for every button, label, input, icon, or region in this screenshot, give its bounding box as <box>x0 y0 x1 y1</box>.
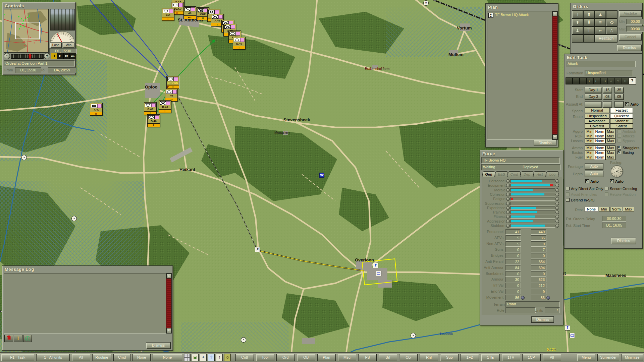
fuel-min-toggle[interactable]: Min <box>585 155 594 160</box>
tab-es[interactable]: E&S <box>495 171 508 177</box>
toolbar-1-all-units-button[interactable]: 1 - All units <box>36 354 69 361</box>
bar-knob-left[interactable] <box>506 220 510 223</box>
stragglers-checkbox[interactable]: Stragglers <box>618 146 639 150</box>
fastest-forward-button[interactable]: ▶▶▶ <box>70 53 76 59</box>
facing-dial[interactable] <box>611 165 623 177</box>
toolbar-f1-task-button[interactable]: F1 - Task <box>1 354 34 361</box>
tab-dep[interactable]: Dep <box>520 171 534 177</box>
hq-unit-icon[interactable] <box>570 333 575 338</box>
scroll-down-button[interactable]: ▼ <box>552 134 557 139</box>
route-covered-toggle[interactable]: Covered <box>585 124 609 129</box>
formation-option-button-1[interactable]: ·· <box>573 77 580 84</box>
bar-knob-left[interactable] <box>506 184 510 187</box>
end-day-button[interactable]: Day 3 <box>585 94 602 100</box>
speed-normal-toggle[interactable]: Normal <box>585 108 609 113</box>
order-move-fast-button[interactable]: ⇑ <box>583 10 595 18</box>
message-list[interactable] <box>4 273 166 334</box>
bar-knob-right[interactable] <box>555 197 559 201</box>
rest-min-toggle[interactable]: Min <box>599 207 609 212</box>
plan-item[interactable]: ▲▲TF Brown HQ Attack <box>488 12 529 18</box>
order-bridge-button[interactable]: ⌐ <box>595 26 606 35</box>
win-button[interactable]: Win <box>63 43 74 48</box>
toolbar-obj-button[interactable]: Obj <box>399 354 418 361</box>
bar-knob-right[interactable] <box>555 220 559 223</box>
bar-knob-left[interactable] <box>506 210 510 214</box>
arty-direct-spt-only-checkbox[interactable]: Arty Direct Spt Only <box>566 187 603 191</box>
unit-jump-icon[interactable]: ⇑ <box>565 325 570 330</box>
toolbar-ord-button[interactable]: Ord <box>276 354 295 361</box>
info-messages-icon[interactable]: i <box>23 335 32 342</box>
grid-icon[interactable] <box>184 354 191 361</box>
bar-knob-right[interactable] <box>555 193 559 196</box>
toolbar-tool-button[interactable]: Tool <box>256 354 274 361</box>
toolbar-rnf-button[interactable]: Rnf <box>420 354 438 361</box>
facing-auto-checkbox[interactable]: Auto <box>610 179 624 183</box>
route-unspecified-toggle[interactable]: Unspecified <box>585 114 609 119</box>
toolbar-routine-button[interactable]: Routine <box>92 354 111 361</box>
bar-knob-left[interactable] <box>506 215 510 219</box>
movement-dial-icon[interactable] <box>546 296 550 300</box>
message-scrollbar[interactable]: ▲ ▼ <box>166 273 172 334</box>
toolbar-menu-button[interactable]: Menu <box>577 354 595 361</box>
order-move-button[interactable]: ↑ <box>572 10 583 18</box>
rest-max-toggle[interactable]: Max <box>623 207 634 212</box>
formation-option-button-4[interactable]: :·· <box>594 77 601 84</box>
unit-counter-brown[interactable]: BROWNII <box>166 76 179 89</box>
toolbar-1tv-button[interactable]: 1TV <box>502 354 520 361</box>
basing-checkbox[interactable]: Basing <box>618 150 634 155</box>
commander-icon[interactable]: ☺ <box>224 354 231 361</box>
toolbar-plan-button[interactable]: Plan <box>317 354 336 361</box>
bar-knob-right[interactable] <box>555 202 559 205</box>
order-fortify-button[interactable]: ⊤ <box>583 26 595 35</box>
orders-dismiss-button[interactable]: Dismiss <box>617 45 642 51</box>
aggro-max-toggle[interactable]: Max <box>605 129 615 134</box>
speed-fastest-toggle[interactable]: Fastest <box>610 108 633 113</box>
route-safest-toggle[interactable]: Safest <box>610 124 633 129</box>
unit-counter-b40[interactable]: B.40I <box>147 114 160 127</box>
toolbar-cmd-button[interactable]: Cmd <box>113 354 131 361</box>
losses-min-toggle[interactable]: Min <box>585 138 594 143</box>
unit-counter-48[interactable]: 48••• <box>183 6 196 19</box>
reattach-button[interactable]: Reattach <box>595 35 618 43</box>
route-shortest-toggle[interactable]: Shortest <box>610 119 633 124</box>
basics-max-toggle[interactable]: Max <box>605 150 615 155</box>
order-defend-button[interactable]: Ŧ <box>572 18 583 26</box>
plan-dismiss-button[interactable]: Dismiss <box>534 140 556 146</box>
toolbar-fs-button[interactable]: FS <box>358 354 377 361</box>
formation-option-button-3[interactable]: :· <box>587 77 594 84</box>
toolbar-1fd-button[interactable]: 1FD <box>461 354 479 361</box>
end-hour-button[interactable]: 08 <box>603 94 612 100</box>
bar-knob-left[interactable] <box>506 206 510 210</box>
hq-unit-icon[interactable] <box>376 271 381 276</box>
unit-counter-c40[interactable]: C.40I <box>144 102 157 115</box>
bar-knob-left[interactable] <box>506 179 510 183</box>
rof-max-toggle[interactable]: Max <box>605 134 615 139</box>
rest-none-toggle[interactable]: None <box>585 207 598 212</box>
bar-knob-right[interactable] <box>555 206 559 210</box>
tab-hist[interactable]: Hist <box>533 171 546 177</box>
formation-field[interactable]: Unspecified <box>585 70 633 76</box>
task-name-field[interactable]: Attack <box>566 61 636 67</box>
depth-auto-checkbox[interactable]: Auto <box>585 179 599 183</box>
bar-knob-left[interactable] <box>506 202 510 205</box>
play-button[interactable]: ▶ <box>57 53 63 59</box>
route-waypoint-icon[interactable]: ↗ <box>255 247 260 252</box>
scroll-down-button[interactable]: ▼ <box>166 328 171 333</box>
rof-min-toggle[interactable]: Min <box>585 134 594 139</box>
movement-dial-icon[interactable] <box>521 296 525 300</box>
edit-task-dismiss-button[interactable]: Dismiss <box>611 238 636 244</box>
unit-counter-774[interactable]: 774.II <box>90 103 103 116</box>
assault-day-button[interactable] <box>585 101 602 108</box>
toolbar-minimize-button[interactable]: Minimize <box>621 354 643 361</box>
toolbar-ob-button[interactable]: OB <box>297 354 315 361</box>
unit-counter-b48[interactable]: B.48I <box>159 100 171 113</box>
formation-option-button-7[interactable]: ∵ <box>615 77 622 84</box>
tab-gen[interactable]: Gen <box>482 171 495 177</box>
depth-auto-button[interactable]: Auto <box>585 171 603 177</box>
aggro-min-toggle[interactable]: Min <box>585 129 594 134</box>
bar-knob-right[interactable] <box>555 179 559 183</box>
order-assault-button[interactable]: ▲ <box>595 10 606 18</box>
toolbar-sup-button[interactable]: Sup <box>440 354 459 361</box>
toolbar-cntl-button[interactable]: Cntl <box>235 354 254 361</box>
toolbar-none-button[interactable]: None <box>132 354 150 361</box>
